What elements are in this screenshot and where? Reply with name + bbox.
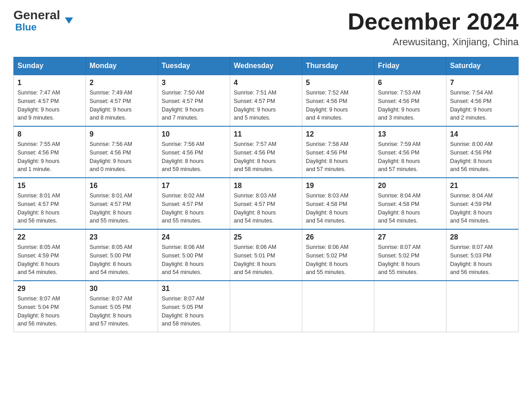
- day-info: Sunrise: 7:55 AMSunset: 4:56 PMDaylight:…: [17, 140, 82, 174]
- day-number: 14: [450, 130, 515, 138]
- day-info: Sunrise: 8:04 AMSunset: 4:59 PMDaylight:…: [450, 192, 515, 225]
- day-cell-28: 28Sunrise: 8:07 AMSunset: 5:03 PMDayligh…: [446, 229, 519, 281]
- day-cell-31: 31Sunrise: 8:07 AMSunset: 5:05 PMDayligh…: [158, 281, 230, 332]
- day-cell-7: 7Sunrise: 7:54 AMSunset: 4:56 PMDaylight…: [446, 75, 519, 126]
- logo: General Blue: [13, 9, 69, 33]
- day-number: 31: [162, 285, 226, 293]
- day-number: 13: [378, 130, 442, 138]
- svg-marker-0: [65, 17, 73, 24]
- day-info: Sunrise: 7:56 AMSunset: 4:56 PMDaylight:…: [162, 140, 226, 174]
- day-cell-15: 15Sunrise: 8:01 AMSunset: 4:57 PMDayligh…: [14, 178, 86, 229]
- day-number: 5: [306, 79, 370, 87]
- empty-cell: [230, 281, 302, 332]
- day-cell-29: 29Sunrise: 8:07 AMSunset: 5:04 PMDayligh…: [14, 281, 86, 332]
- day-cell-2: 2Sunrise: 7:49 AMSunset: 4:57 PMDaylight…: [86, 75, 158, 126]
- day-number: 10: [162, 130, 226, 138]
- location-title: Arewusitang, Xinjiang, China: [348, 36, 519, 48]
- day-number: 18: [234, 182, 298, 190]
- day-number: 3: [162, 79, 226, 87]
- empty-cell: [302, 281, 374, 332]
- day-info: Sunrise: 8:01 AMSunset: 4:57 PMDaylight:…: [90, 192, 154, 225]
- logo-blue-text: Blue: [15, 21, 37, 33]
- day-number: 25: [234, 233, 298, 241]
- day-header-wednesday: Wednesday: [230, 57, 302, 75]
- day-number: 6: [378, 79, 442, 87]
- day-header-monday: Monday: [86, 57, 158, 75]
- day-cell-12: 12Sunrise: 7:58 AMSunset: 4:56 PMDayligh…: [302, 126, 374, 178]
- week-row-5: 29Sunrise: 8:07 AMSunset: 5:04 PMDayligh…: [14, 281, 519, 332]
- day-info: Sunrise: 8:07 AMSunset: 5:04 PMDaylight:…: [17, 295, 82, 328]
- day-info: Sunrise: 7:58 AMSunset: 4:56 PMDaylight:…: [306, 140, 370, 174]
- day-info: Sunrise: 7:51 AMSunset: 4:57 PMDaylight:…: [234, 89, 298, 122]
- page-header: General Blue December 2024 Arewusitang, …: [13, 9, 519, 48]
- day-info: Sunrise: 8:06 AMSunset: 5:00 PMDaylight:…: [162, 243, 226, 277]
- day-number: 16: [90, 182, 154, 190]
- day-cell-24: 24Sunrise: 8:06 AMSunset: 5:00 PMDayligh…: [158, 229, 230, 281]
- week-row-4: 22Sunrise: 8:05 AMSunset: 4:59 PMDayligh…: [14, 229, 519, 281]
- day-number: 15: [17, 182, 82, 190]
- day-info: Sunrise: 7:52 AMSunset: 4:56 PMDaylight:…: [306, 89, 370, 122]
- day-info: Sunrise: 8:05 AMSunset: 4:59 PMDaylight:…: [17, 243, 82, 277]
- day-number: 28: [450, 233, 515, 241]
- day-info: Sunrise: 8:02 AMSunset: 4:57 PMDaylight:…: [162, 192, 226, 225]
- day-number: 30: [90, 285, 154, 293]
- day-info: Sunrise: 7:54 AMSunset: 4:56 PMDaylight:…: [450, 89, 515, 122]
- day-number: 4: [234, 79, 298, 87]
- day-number: 27: [378, 233, 442, 241]
- calendar-table: SundayMondayTuesdayWednesdayThursdayFrid…: [13, 57, 519, 332]
- day-info: Sunrise: 8:07 AMSunset: 5:05 PMDaylight:…: [162, 295, 226, 328]
- day-cell-11: 11Sunrise: 7:57 AMSunset: 4:56 PMDayligh…: [230, 126, 302, 178]
- day-cell-19: 19Sunrise: 8:03 AMSunset: 4:58 PMDayligh…: [302, 178, 374, 229]
- day-number: 17: [162, 182, 226, 190]
- day-number: 20: [378, 182, 442, 190]
- day-cell-10: 10Sunrise: 7:56 AMSunset: 4:56 PMDayligh…: [158, 126, 230, 178]
- day-number: 8: [17, 130, 82, 138]
- day-header-thursday: Thursday: [302, 57, 374, 75]
- day-number: 1: [17, 79, 82, 87]
- day-header-saturday: Saturday: [446, 57, 519, 75]
- day-cell-3: 3Sunrise: 7:50 AMSunset: 4:57 PMDaylight…: [158, 75, 230, 126]
- day-number: 2: [90, 79, 154, 87]
- day-cell-25: 25Sunrise: 8:06 AMSunset: 5:01 PMDayligh…: [230, 229, 302, 281]
- day-number: 19: [306, 182, 370, 190]
- day-cell-5: 5Sunrise: 7:52 AMSunset: 4:56 PMDaylight…: [302, 75, 374, 126]
- day-info: Sunrise: 7:57 AMSunset: 4:56 PMDaylight:…: [234, 140, 298, 174]
- day-info: Sunrise: 8:07 AMSunset: 5:03 PMDaylight:…: [450, 243, 515, 277]
- day-header-sunday: Sunday: [14, 57, 86, 75]
- logo-general-text: General: [13, 9, 60, 21]
- week-row-2: 8Sunrise: 7:55 AMSunset: 4:56 PMDaylight…: [14, 126, 519, 178]
- day-cell-22: 22Sunrise: 8:05 AMSunset: 4:59 PMDayligh…: [14, 229, 86, 281]
- day-cell-16: 16Sunrise: 8:01 AMSunset: 4:57 PMDayligh…: [86, 178, 158, 229]
- day-info: Sunrise: 7:53 AMSunset: 4:56 PMDaylight:…: [378, 89, 442, 122]
- day-info: Sunrise: 7:49 AMSunset: 4:57 PMDaylight:…: [90, 89, 154, 122]
- logo-triangle-icon: [65, 17, 73, 26]
- day-number: 21: [450, 182, 515, 190]
- day-cell-30: 30Sunrise: 8:07 AMSunset: 5:05 PMDayligh…: [86, 281, 158, 332]
- empty-cell: [374, 281, 446, 332]
- day-info: Sunrise: 7:47 AMSunset: 4:57 PMDaylight:…: [17, 89, 82, 122]
- day-info: Sunrise: 8:04 AMSunset: 4:58 PMDaylight:…: [378, 192, 442, 225]
- day-cell-1: 1Sunrise: 7:47 AMSunset: 4:57 PMDaylight…: [14, 75, 86, 126]
- title-section: December 2024 Arewusitang, Xinjiang, Chi…: [348, 9, 519, 48]
- month-title: December 2024: [348, 9, 519, 34]
- day-header-tuesday: Tuesday: [158, 57, 230, 75]
- day-cell-23: 23Sunrise: 8:05 AMSunset: 5:00 PMDayligh…: [86, 229, 158, 281]
- day-cell-4: 4Sunrise: 7:51 AMSunset: 4:57 PMDaylight…: [230, 75, 302, 126]
- day-header-friday: Friday: [374, 57, 446, 75]
- day-info: Sunrise: 8:07 AMSunset: 5:05 PMDaylight:…: [90, 295, 154, 328]
- day-cell-17: 17Sunrise: 8:02 AMSunset: 4:57 PMDayligh…: [158, 178, 230, 229]
- day-cell-6: 6Sunrise: 7:53 AMSunset: 4:56 PMDaylight…: [374, 75, 446, 126]
- calendar-header-row: SundayMondayTuesdayWednesdayThursdayFrid…: [14, 57, 519, 75]
- day-info: Sunrise: 8:07 AMSunset: 5:02 PMDaylight:…: [378, 243, 442, 277]
- week-row-1: 1Sunrise: 7:47 AMSunset: 4:57 PMDaylight…: [14, 75, 519, 126]
- day-info: Sunrise: 8:06 AMSunset: 5:02 PMDaylight:…: [306, 243, 370, 277]
- day-cell-27: 27Sunrise: 8:07 AMSunset: 5:02 PMDayligh…: [374, 229, 446, 281]
- day-info: Sunrise: 7:50 AMSunset: 4:57 PMDaylight:…: [162, 89, 226, 122]
- day-number: 11: [234, 130, 298, 138]
- day-info: Sunrise: 8:05 AMSunset: 5:00 PMDaylight:…: [90, 243, 154, 277]
- day-cell-18: 18Sunrise: 8:03 AMSunset: 4:57 PMDayligh…: [230, 178, 302, 229]
- day-cell-26: 26Sunrise: 8:06 AMSunset: 5:02 PMDayligh…: [302, 229, 374, 281]
- day-number: 26: [306, 233, 370, 241]
- day-info: Sunrise: 8:03 AMSunset: 4:58 PMDaylight:…: [306, 192, 370, 225]
- day-cell-14: 14Sunrise: 8:00 AMSunset: 4:56 PMDayligh…: [446, 126, 519, 178]
